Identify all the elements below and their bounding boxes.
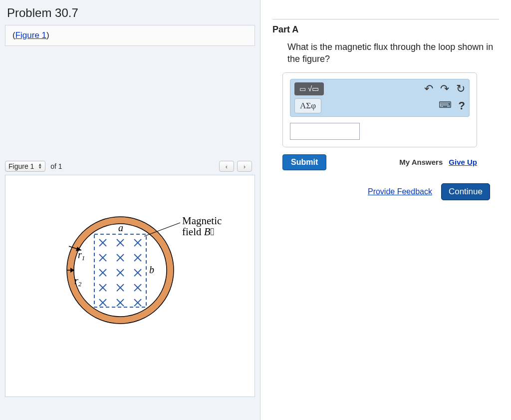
template-root-icon: √▭ bbox=[308, 84, 319, 93]
my-answers-link[interactable]: My Answers bbox=[399, 158, 443, 166]
divider bbox=[272, 19, 499, 19]
figure-count: of 1 bbox=[50, 162, 62, 170]
give-up-link[interactable]: Give Up bbox=[449, 158, 477, 166]
label-a: a bbox=[118, 222, 123, 233]
figure-next-button[interactable]: › bbox=[237, 161, 252, 172]
footer-row: Provide Feedback Continue bbox=[272, 183, 490, 200]
submit-button[interactable]: Submit bbox=[282, 154, 326, 170]
label-b: b bbox=[149, 264, 154, 275]
provide-feedback-link[interactable]: Provide Feedback bbox=[368, 187, 432, 196]
figure-select-label: Figure 1 bbox=[8, 162, 34, 170]
template-button[interactable]: ▭ √▭ bbox=[294, 82, 324, 95]
dashed-rect bbox=[94, 234, 146, 307]
figure-svg: a b r1 r2 Magnetic field B⃗ bbox=[10, 185, 250, 335]
template-box-icon: ▭ bbox=[299, 85, 306, 93]
label-r1: r1 bbox=[78, 249, 85, 262]
left-pane: Problem 30.7 (Figure 1) Figure 1 ▲▼ of 1… bbox=[0, 0, 260, 420]
figure-reference-box: (Figure 1) bbox=[5, 25, 255, 46]
stepper-icon: ▲▼ bbox=[38, 163, 42, 169]
redo-icon[interactable]: ↷ bbox=[440, 82, 449, 95]
figure-link[interactable]: Figure 1 bbox=[15, 30, 46, 40]
submit-row: Submit My Answers Give Up bbox=[282, 154, 477, 170]
figure-nav-bar: Figure 1 ▲▼ of 1 ‹ › bbox=[0, 161, 260, 172]
keyboard-icon[interactable]: ⌨ bbox=[439, 99, 452, 112]
question-text: What is the magnetic flux through the lo… bbox=[287, 41, 499, 65]
answer-box: ▭ √▭ ↶ ↷ ↻ ΑΣφ ⌨ ? bbox=[282, 72, 477, 147]
label-field-line1: Magnetic bbox=[182, 215, 222, 227]
figure-prev-button[interactable]: ‹ bbox=[219, 161, 234, 172]
figure-select[interactable]: Figure 1 ▲▼ bbox=[5, 161, 45, 172]
into-page-crosses bbox=[99, 239, 141, 306]
problem-title: Problem 30.7 bbox=[0, 0, 260, 25]
greek-button[interactable]: ΑΣφ bbox=[294, 98, 321, 113]
figure-canvas: a b r1 r2 Magnetic field B⃗ bbox=[5, 175, 255, 397]
continue-button[interactable]: Continue bbox=[441, 183, 490, 200]
label-field-line2: field B⃗ bbox=[182, 226, 214, 238]
right-pane: Part A What is the magnetic flux through… bbox=[260, 0, 511, 420]
ring-outer bbox=[70, 220, 170, 320]
reset-icon[interactable]: ↻ bbox=[456, 82, 465, 95]
answer-input[interactable] bbox=[290, 123, 360, 140]
help-icon[interactable]: ? bbox=[459, 99, 465, 112]
figure-ref-suffix: ) bbox=[46, 30, 49, 40]
spacer bbox=[0, 51, 260, 161]
undo-icon[interactable]: ↶ bbox=[424, 82, 433, 95]
part-title: Part A bbox=[272, 24, 499, 35]
label-r2: r2 bbox=[74, 275, 82, 288]
equation-toolbar: ▭ √▭ ↶ ↷ ↻ ΑΣφ ⌨ ? bbox=[290, 79, 470, 117]
